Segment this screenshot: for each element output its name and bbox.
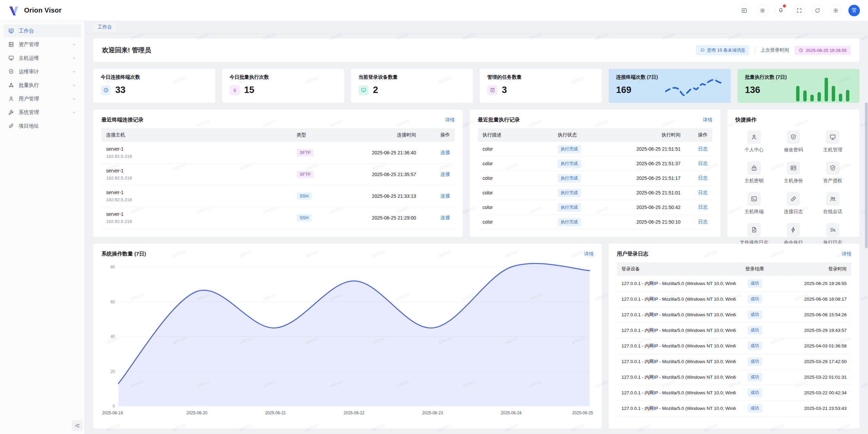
quick-action-主机终端[interactable]: 主机终端 (745, 192, 764, 215)
table-header: 执行描述执行状态执行时间操作 (478, 128, 712, 142)
shield-check-icon (829, 165, 836, 171)
quick-action-修改密码[interactable]: 修改密码 (784, 130, 803, 153)
status-badge: 执行完成 (558, 218, 581, 226)
svg-text:2025-06-24: 2025-06-24 (501, 411, 522, 415)
search-list-icon (829, 226, 836, 233)
shield-check-icon (8, 69, 14, 75)
terminal-icon (751, 195, 757, 202)
batch-records-card: 最近批量执行记录 详情 执行描述执行状态执行时间操作color执行完成2025-… (470, 110, 721, 237)
quick-action-文件操作日志[interactable]: 文件操作日志 (740, 223, 768, 246)
log-link[interactable]: 日志 (698, 219, 708, 224)
quick-action-资产授权[interactable]: 资产授权 (823, 161, 842, 184)
table-row: 127.0.0.1 - 内网IP - Mozilla/5.0 (Windows … (617, 276, 851, 291)
table-header: 登录设备登录结果登录时间 (617, 262, 851, 276)
quick-action-执行日志[interactable]: 执行日志 (823, 223, 842, 246)
notifications-button[interactable] (775, 5, 787, 16)
monitor-icon (829, 134, 836, 140)
quick-action-命令执行[interactable]: 命令执行 (784, 223, 803, 246)
scrollbar-thumb[interactable] (865, 102, 868, 248)
sidebar-collapse-button[interactable] (72, 420, 83, 431)
sidebar-item-工作台[interactable]: 工作台 (3, 24, 81, 37)
header-actions: 管 (738, 5, 860, 16)
sidebar-item-批量执行[interactable]: 批量执行 (3, 79, 81, 92)
sidebar-item-资产管理[interactable]: 资产管理 (3, 38, 81, 51)
user-icon (8, 96, 14, 102)
table-header: 连接主机类型连接时间操作 (101, 128, 455, 142)
result-badge: 成功 (748, 279, 762, 288)
result-badge: 成功 (748, 373, 762, 381)
batch-records-title: 最近批量执行记录 (478, 116, 520, 124)
welcome-title: 欢迎回来! 管理员 (102, 46, 151, 55)
chevron-down-icon (72, 96, 76, 101)
task-icon (490, 87, 495, 93)
log-link[interactable]: 日志 (698, 175, 708, 181)
type-badge: SSH (297, 214, 312, 222)
log-link[interactable]: 日志 (698, 190, 708, 195)
theme-button[interactable] (757, 5, 768, 16)
log-link[interactable]: 日志 (698, 146, 708, 151)
svg-text:2025-06-19: 2025-06-19 (102, 411, 123, 415)
svg-text:60: 60 (111, 300, 115, 304)
quick-actions-card: 快捷操作 个人中心修改密码主机管理主机密钥主机身份资产授权主机终端连接日志在线会… (727, 110, 860, 237)
settings-button[interactable] (830, 5, 842, 16)
refresh-icon (814, 7, 821, 14)
user-avatar[interactable]: 管 (848, 5, 860, 16)
sidebar-item-运维审计[interactable]: 运维审计 (3, 65, 81, 78)
result-badge: 成功 (748, 404, 762, 413)
login-log-title: 用户登录日志 (617, 250, 648, 258)
batch-trend-barchart (794, 76, 853, 102)
connect-link[interactable]: 连接 (440, 215, 450, 220)
app-header: Orion Visor 管 (0, 0, 868, 21)
stats-row: 今日连接终端次数33今日批量执行次数{}15当前登录设备数量2管理的任务数量3连… (93, 69, 860, 103)
system-operations-detail-link[interactable]: 详情 (584, 251, 594, 257)
code-button[interactable] (738, 5, 750, 16)
main-content: 工作台 欢迎回来! 管理员 您有 15 条未读消息 上次登录时间 2025-06… (85, 21, 868, 434)
quick-action-主机管理[interactable]: 主机管理 (823, 130, 842, 153)
batch-records-table: 执行描述执行状态执行时间操作color执行完成2025-06-25 21:51:… (478, 128, 712, 229)
chevron-down-icon (72, 56, 76, 60)
content-area: 欢迎回来! 管理员 您有 15 条未读消息 上次登录时间 2025-06-25 … (85, 34, 868, 429)
workbench-icon (8, 28, 14, 34)
login-log-detail-link[interactable]: 详情 (842, 251, 851, 257)
link-icon (8, 123, 14, 129)
batch-records-detail-link[interactable]: 详情 (703, 117, 712, 123)
users-icon (829, 195, 836, 202)
terminal-records-title: 最近终端连接记录 (101, 116, 143, 124)
result-badge: 成功 (748, 326, 762, 335)
quick-actions-title: 快捷操作 (735, 116, 756, 124)
status-badge: 执行完成 (558, 145, 581, 153)
menu-fold-icon (75, 423, 80, 429)
quick-action-个人中心[interactable]: 个人中心 (745, 130, 764, 153)
table-row: color执行完成2025-06-25 21:50:10日志 (478, 215, 712, 229)
table-row: server-1182.92.5.218SFTP2025-06-25 21:35… (101, 164, 455, 185)
connect-link[interactable]: 连接 (440, 171, 450, 177)
svg-text:2025-06-22: 2025-06-22 (343, 411, 364, 415)
sidebar-item-系统管理[interactable]: 系统管理 (3, 106, 81, 119)
breadcrumb-item-workbench[interactable]: 工作台 (93, 22, 116, 32)
chevron-down-icon (72, 83, 76, 88)
bell-icon (778, 7, 784, 14)
sidebar-item-项目地址[interactable]: 项目地址 (3, 119, 81, 132)
quick-action-连接日志[interactable]: 连接日志 (784, 192, 803, 215)
type-badge: SSH (297, 192, 312, 200)
sidebar-item-用户管理[interactable]: 用户管理 (3, 92, 81, 105)
fullscreen-button[interactable] (793, 5, 805, 16)
type-badge: SFTP (297, 171, 314, 178)
stat-card: 当前登录设备数量2 (351, 69, 473, 103)
app-logo: Orion Visor (8, 4, 62, 17)
log-link[interactable]: 日志 (698, 161, 708, 166)
quick-action-主机密钥[interactable]: 主机密钥 (745, 161, 764, 184)
quick-action-在线会话[interactable]: 在线会话 (823, 192, 842, 215)
sidebar-item-主机运维[interactable]: 主机运维 (3, 52, 81, 64)
refresh-button[interactable] (812, 5, 823, 16)
connect-link[interactable]: 连接 (440, 193, 450, 199)
terminal-records-detail-link[interactable]: 详情 (445, 117, 455, 123)
divider (755, 46, 755, 54)
bottom-row: 系统操作数量 (7日) 详情 0204060802025-06-192025-0… (93, 244, 860, 429)
quick-action-主机身份[interactable]: 主机身份 (784, 161, 803, 184)
welcome-meta: 您有 15 条未读消息 上次登录时间 2025-06-25 19:26:55 (696, 45, 851, 55)
connect-link[interactable]: 连接 (440, 150, 450, 155)
log-link[interactable]: 日志 (698, 204, 708, 210)
unread-messages-chip[interactable]: 您有 15 条未读消息 (696, 45, 750, 55)
result-badge: 成功 (748, 295, 762, 303)
